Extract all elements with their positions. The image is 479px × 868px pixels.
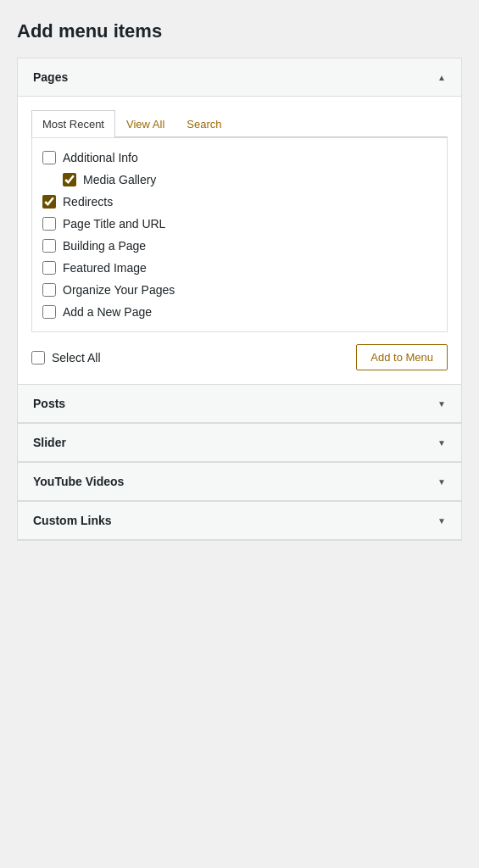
- checkbox-label-3[interactable]: Page Title and URL: [63, 217, 165, 231]
- checkbox-item-5[interactable]: [42, 261, 56, 275]
- checkbox-item-4[interactable]: [42, 239, 56, 253]
- chevron-up-icon: ▲: [437, 73, 446, 82]
- select-all-checkbox[interactable]: [31, 351, 45, 364]
- checkbox-list: Additional InfoMedia GalleryRedirectsPag…: [31, 137, 448, 332]
- checkbox-label-6[interactable]: Organize Your Pages: [63, 283, 175, 297]
- accordion-header-pages[interactable]: Pages▲: [18, 58, 461, 97]
- accordion-header-custom-links[interactable]: Custom Links▼: [18, 502, 461, 540]
- tab-most-recent[interactable]: Most Recent: [31, 110, 115, 137]
- list-item: Redirects: [39, 191, 440, 213]
- accordion-container: Pages▲Most RecentView AllSearchAdditiona…: [17, 58, 462, 541]
- checkbox-item-0[interactable]: [42, 151, 56, 164]
- accordion-header-youtube-videos[interactable]: YouTube Videos▼: [18, 463, 461, 501]
- checkbox-item-1[interactable]: [63, 173, 76, 186]
- list-item: Page Title and URL: [39, 213, 440, 235]
- checkbox-item-6[interactable]: [42, 283, 56, 297]
- checkbox-label-1[interactable]: Media Gallery: [83, 173, 156, 186]
- accordion-panel-youtube-videos: YouTube Videos▼: [17, 463, 462, 502]
- accordion-title-posts: Posts: [33, 397, 65, 410]
- checkbox-label-5[interactable]: Featured Image: [63, 261, 147, 275]
- list-item: Additional Info: [39, 147, 440, 169]
- list-item: Featured Image: [39, 257, 440, 279]
- accordion-panel-posts: Posts▼: [17, 385, 462, 424]
- list-item: Organize Your Pages: [39, 279, 440, 301]
- chevron-down-icon: ▼: [437, 438, 446, 448]
- list-item: Add a New Page: [39, 301, 440, 323]
- select-all-label[interactable]: Select All: [52, 351, 101, 364]
- chevron-down-icon: ▼: [437, 477, 446, 487]
- accordion-header-slider[interactable]: Slider▼: [18, 424, 461, 462]
- page-title: Add menu items: [17, 20, 462, 42]
- chevron-down-icon: ▼: [437, 516, 446, 526]
- checkbox-item-3[interactable]: [42, 217, 56, 231]
- accordion-panel-slider: Slider▼: [17, 424, 462, 463]
- checkbox-label-2[interactable]: Redirects: [63, 195, 113, 209]
- checkbox-label-7[interactable]: Add a New Page: [63, 305, 152, 319]
- checkbox-item-7[interactable]: [42, 305, 56, 319]
- footer-row: Select AllAdd to Menu: [31, 344, 448, 370]
- checkbox-label-4[interactable]: Building a Page: [63, 239, 146, 253]
- accordion-title-custom-links: Custom Links: [33, 514, 112, 527]
- chevron-down-icon: ▼: [437, 399, 446, 409]
- accordion-header-posts[interactable]: Posts▼: [18, 385, 461, 423]
- checkbox-label-0[interactable]: Additional Info: [63, 151, 138, 164]
- accordion-panel-custom-links: Custom Links▼: [17, 502, 462, 541]
- list-item: Building a Page: [39, 235, 440, 257]
- accordion-panel-pages: Pages▲Most RecentView AllSearchAdditiona…: [17, 58, 462, 385]
- tab-view-all[interactable]: View All: [115, 110, 175, 137]
- tabs-bar: Most RecentView AllSearch: [31, 110, 448, 137]
- accordion-title-pages: Pages: [33, 70, 68, 84]
- tab-search[interactable]: Search: [175, 110, 232, 137]
- accordion-title-youtube-videos: YouTube Videos: [33, 475, 124, 488]
- add-to-menu-button[interactable]: Add to Menu: [356, 344, 448, 370]
- select-all-wrap: Select All: [31, 351, 101, 364]
- list-item: Media Gallery: [39, 169, 440, 191]
- checkbox-item-2[interactable]: [42, 195, 56, 209]
- accordion-title-slider: Slider: [33, 436, 66, 449]
- accordion-body-pages: Most RecentView AllSearchAdditional Info…: [18, 97, 461, 384]
